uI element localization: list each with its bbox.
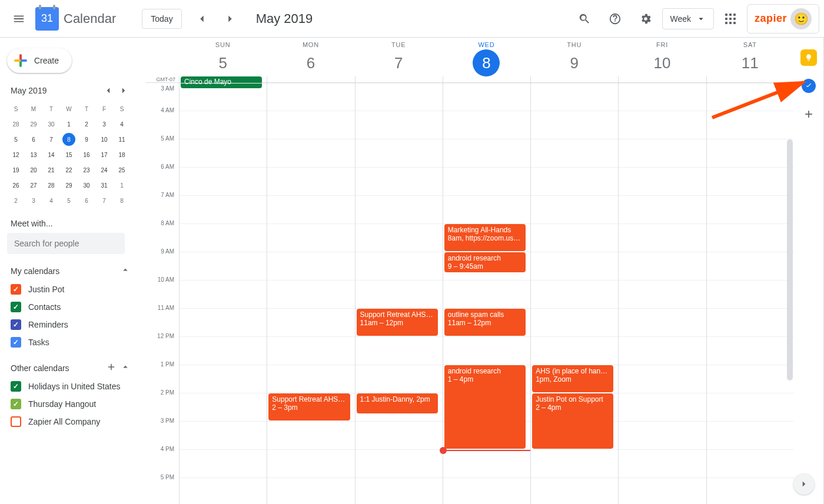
- calendar-event[interactable]: Support Retreat AHS C…2 – 3pm: [268, 393, 350, 420]
- allday-cell[interactable]: [267, 76, 354, 82]
- day-header[interactable]: SAT11: [706, 38, 794, 76]
- minical-day[interactable]: 8: [113, 193, 131, 208]
- calendar-checkbox[interactable]: ✓: [11, 381, 21, 392]
- day-column[interactable]: Support Retreat AHS C…11am – 12pm1:1 Jus…: [355, 83, 443, 504]
- minical-day[interactable]: 13: [25, 147, 42, 162]
- day-header[interactable]: FRI10: [618, 38, 706, 76]
- minical-day[interactable]: 18: [113, 147, 131, 162]
- today-button[interactable]: Today: [142, 9, 181, 29]
- minical-day[interactable]: 29: [25, 116, 42, 132]
- allday-cell[interactable]: [530, 76, 618, 82]
- minical-day[interactable]: 10: [95, 132, 113, 147]
- calendar-checkbox[interactable]: ✓: [11, 337, 21, 348]
- minical-day[interactable]: 17: [95, 147, 113, 162]
- day-header[interactable]: WED8: [443, 38, 530, 76]
- calendar-event[interactable]: 1:1 Justin-Danny, 2pm: [357, 393, 438, 413]
- day-header[interactable]: TUE7: [355, 38, 443, 76]
- minical-day[interactable]: 15: [60, 147, 78, 162]
- calendar-item[interactable]: ✓Tasks: [7, 333, 134, 351]
- minical-next-button[interactable]: [117, 84, 131, 98]
- minical-day[interactable]: 11: [113, 132, 131, 147]
- day-column[interactable]: Marketing All-Hands8am, https://zoom.us/…: [443, 83, 530, 504]
- minical-day[interactable]: 3: [25, 193, 42, 208]
- minical-day[interactable]: 9: [78, 132, 95, 147]
- minical-day[interactable]: 1: [113, 178, 131, 193]
- minical-day[interactable]: 7: [95, 193, 113, 208]
- calendar-event[interactable]: Marketing All-Hands8am, https://zoom.us/…: [444, 224, 526, 251]
- minical-day[interactable]: 28: [7, 116, 25, 132]
- minical-day[interactable]: 25: [113, 162, 131, 178]
- allday-cell[interactable]: [443, 76, 530, 82]
- zapier-button[interactable]: zapier 🙂: [747, 4, 819, 34]
- minical-day[interactable]: 28: [42, 178, 60, 193]
- minical-day[interactable]: 14: [42, 147, 60, 162]
- minical-day[interactable]: 5: [7, 132, 25, 147]
- search-icon[interactable]: [570, 5, 599, 33]
- account-avatar[interactable]: 🙂: [790, 8, 812, 29]
- minical-prev-button[interactable]: [101, 84, 115, 98]
- calendar-item[interactable]: ✓Contacts: [7, 298, 134, 316]
- minical-day[interactable]: 12: [7, 147, 25, 162]
- minical-day[interactable]: 6: [78, 193, 95, 208]
- minical-day[interactable]: 8: [60, 132, 78, 147]
- minical-day[interactable]: 22: [60, 162, 78, 178]
- minical-day[interactable]: 4: [113, 116, 131, 132]
- day-column[interactable]: [706, 83, 794, 504]
- minical-day[interactable]: 4: [42, 193, 60, 208]
- calendar-event[interactable]: Support Retreat AHS C…11am – 12pm: [357, 309, 438, 336]
- minical-day[interactable]: 30: [78, 178, 95, 193]
- calendar-event[interactable]: android research1 – 4pm: [444, 365, 526, 449]
- calendar-item[interactable]: ✓Holidays in United States: [7, 378, 134, 395]
- scrollbar[interactable]: [787, 139, 793, 380]
- calendar-item[interactable]: Zapier All Company: [7, 413, 134, 430]
- allday-cell[interactable]: [706, 76, 794, 82]
- minical-day[interactable]: 30: [42, 116, 60, 132]
- allday-cell[interactable]: [618, 76, 706, 82]
- minical-day[interactable]: 3: [95, 116, 113, 132]
- keep-icon[interactable]: [800, 49, 817, 66]
- add-sidepanel-button[interactable]: +: [800, 106, 817, 122]
- calendar-event[interactable]: Justin Pot on Support2 – 4pm: [532, 393, 613, 449]
- minical-day[interactable]: 21: [42, 162, 60, 178]
- collapse-my-calendars-button[interactable]: [120, 265, 131, 277]
- calendar-checkbox[interactable]: [11, 416, 21, 427]
- calendar-item[interactable]: ✓Thursday Hangout: [7, 395, 134, 413]
- calendar-checkbox[interactable]: ✓: [11, 399, 21, 409]
- minical-day[interactable]: 2: [7, 193, 25, 208]
- next-period-button[interactable]: [216, 5, 244, 33]
- app-logo[interactable]: 31 Calendar: [35, 7, 116, 31]
- calendar-item[interactable]: ✓Justin Pot: [7, 281, 134, 298]
- minical-day[interactable]: 1: [60, 116, 78, 132]
- minical-day[interactable]: 20: [25, 162, 42, 178]
- calendar-event[interactable]: android research9 – 9:45am: [444, 252, 526, 272]
- allday-cell[interactable]: [355, 76, 443, 82]
- minical-day[interactable]: 2: [78, 116, 95, 132]
- minical-day[interactable]: 6: [25, 132, 42, 147]
- search-people-input[interactable]: [7, 233, 125, 254]
- calendar-checkbox[interactable]: ✓: [11, 284, 21, 295]
- calendar-checkbox[interactable]: ✓: [11, 302, 21, 312]
- prev-period-button[interactable]: [188, 5, 216, 33]
- day-column[interactable]: [179, 83, 267, 504]
- minical-day[interactable]: 31: [95, 178, 113, 193]
- minical-day[interactable]: 7: [42, 132, 60, 147]
- help-icon[interactable]: [601, 5, 629, 33]
- collapse-other-calendars-button[interactable]: [120, 362, 131, 374]
- day-column[interactable]: AHS (in place of hango…1pm, ZoomJustin P…: [530, 83, 618, 504]
- allday-cell[interactable]: Cinco de Mayo: [179, 76, 267, 82]
- minical-day[interactable]: 16: [78, 147, 95, 162]
- minical-day[interactable]: 5: [60, 193, 78, 208]
- day-column[interactable]: Support Retreat AHS C…2 – 3pm: [267, 83, 354, 504]
- minical-day[interactable]: 26: [7, 178, 25, 193]
- minical-day[interactable]: 23: [78, 162, 95, 178]
- minical-day[interactable]: 19: [7, 162, 25, 178]
- day-column[interactable]: [618, 83, 706, 504]
- minical-day[interactable]: 27: [25, 178, 42, 193]
- expand-sidepanel-button[interactable]: [793, 473, 815, 495]
- view-selector[interactable]: Week: [662, 8, 714, 29]
- calendar-checkbox[interactable]: ✓: [11, 319, 21, 330]
- mini-calendar[interactable]: SMTWTFS282930123456789101112131415161718…: [7, 101, 131, 208]
- settings-icon[interactable]: [632, 5, 660, 33]
- add-other-calendar-button[interactable]: [106, 362, 117, 374]
- day-header[interactable]: MON6: [267, 38, 354, 76]
